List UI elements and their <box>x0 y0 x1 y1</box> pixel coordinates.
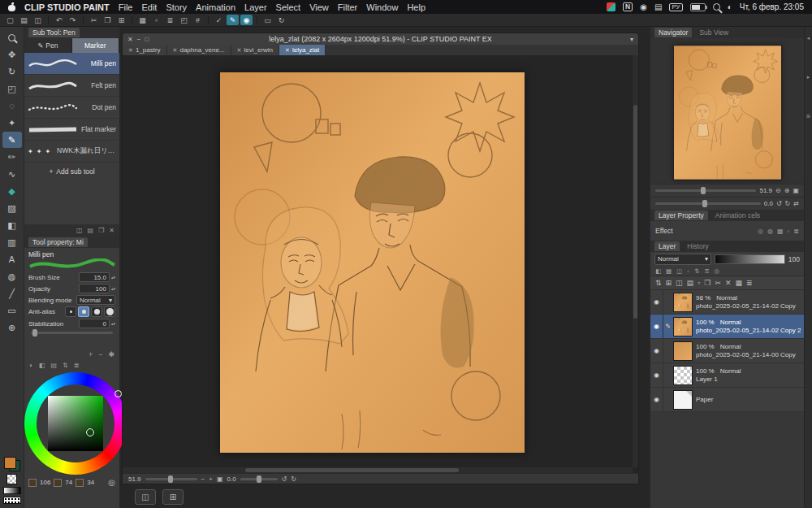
saturation-value-square[interactable] <box>48 396 103 451</box>
merge-down-icon[interactable]: ✂ <box>715 279 721 287</box>
visibility-eye-icon[interactable]: ◉ <box>650 363 663 387</box>
copy-icon[interactable]: ❐ <box>102 15 114 25</box>
zoom-in-icon[interactable]: + <box>209 475 213 483</box>
menu-layer[interactable]: Layer <box>244 2 267 12</box>
color-marker[interactable] <box>86 428 94 436</box>
lock-icon[interactable]: ▫ <box>687 267 689 275</box>
fill-tool[interactable]: ◧ <box>2 217 22 233</box>
tool-property-title[interactable]: Tool property: Mi <box>28 237 88 247</box>
tab-animation-cels[interactable]: Animation cels <box>711 211 764 220</box>
menu-file[interactable]: File <box>119 2 133 12</box>
timeline-button[interactable]: ⊞ <box>162 489 184 505</box>
maximize-icon[interactable]: □ <box>145 36 149 43</box>
paste-icon[interactable]: ⊞ <box>115 15 127 25</box>
navigator-thumbnail[interactable] <box>673 45 782 180</box>
tab-layer-property[interactable]: Layer Property <box>654 211 708 220</box>
rotate-cw-icon[interactable]: ↻ <box>785 200 791 207</box>
stabilization-slider[interactable] <box>31 332 113 334</box>
layer-thumbnail[interactable] <box>673 293 693 312</box>
tab-navigator[interactable]: Navigator <box>654 28 692 37</box>
minimize-icon[interactable]: − <box>137 36 141 43</box>
pen-tool[interactable]: ✎ <box>2 132 22 148</box>
transparent-color-swatch[interactable] <box>6 474 17 484</box>
zoom-tool[interactable] <box>2 29 22 46</box>
menu-window[interactable]: Window <box>366 2 398 12</box>
snap-icon[interactable]: ✓ <box>213 15 225 25</box>
hue-ring[interactable] <box>24 372 127 475</box>
rotate-ccw-icon[interactable]: ↺ <box>776 200 782 207</box>
new-layer-icon[interactable]: ⊞ <box>666 279 672 287</box>
subtool-item-nwk[interactable]: ✦✦✦ NWK木漏れ日リアル <box>24 141 119 163</box>
close-tab-icon[interactable]: ✕ <box>173 47 178 54</box>
visibility-eye-icon[interactable]: ◉ <box>650 388 663 411</box>
stepper-icon[interactable]: ▴▾ <box>111 287 115 290</box>
fit-screen-icon[interactable]: ▣ <box>793 187 799 194</box>
aa-medium-option[interactable] <box>91 306 102 317</box>
display-tray-icon[interactable]: ▤ <box>654 3 662 11</box>
zoom-out-icon[interactable]: − <box>201 475 205 483</box>
layer-opacity-slider[interactable] <box>715 254 785 264</box>
add-subtool-button[interactable]: + Add sub tool <box>24 163 119 180</box>
stabilization-value[interactable]: 0 <box>79 319 110 328</box>
horizontal-scrollbar[interactable] <box>123 467 633 473</box>
new-file-icon[interactable]: ▢ <box>4 15 16 25</box>
layer-color-icon[interactable]: ▦ <box>777 228 784 235</box>
layer-row[interactable]: ◉ 100 %Normal Layer 1 <box>650 363 804 388</box>
remove-setting-icon[interactable]: − <box>98 350 102 358</box>
extract-line-icon[interactable]: ▫ <box>787 228 789 235</box>
zoom-slider[interactable] <box>145 478 197 480</box>
navigator-rotation-slider[interactable] <box>655 202 761 205</box>
delete-subtool-icon[interactable]: ✕ <box>109 227 114 234</box>
tab-levi-erwin[interactable]: ✕ levi_erwin <box>231 45 279 55</box>
gradient-tool[interactable]: ▥ <box>2 234 22 250</box>
menu-filter[interactable]: Filter <box>338 2 357 12</box>
subtool-item-felt-pen[interactable]: Felt pen <box>24 75 119 97</box>
snap-ruler-icon[interactable]: ✎ <box>227 15 239 25</box>
menu-story[interactable]: Story <box>166 2 187 12</box>
control-center-icon[interactable]: ◐ <box>728 3 732 11</box>
duplicate-subtool-icon[interactable]: ◫ <box>76 227 83 234</box>
snap-special-icon[interactable]: ◉ <box>240 15 253 25</box>
tab-layer[interactable]: Layer <box>654 241 680 251</box>
visibility-eye-icon[interactable]: ◉ <box>650 290 663 314</box>
hue-marker[interactable] <box>114 390 122 397</box>
text-tool[interactable]: A <box>2 251 22 267</box>
mask-icon[interactable]: ◧ <box>655 267 661 275</box>
duplicate-layer-icon[interactable]: ❐ <box>704 279 710 287</box>
airbrush-tool[interactable]: ▨ <box>2 200 22 216</box>
aa-strong-option[interactable] <box>104 306 115 317</box>
wand-tool[interactable]: ✦ <box>2 115 22 131</box>
rotate-cw-icon[interactable]: ↻ <box>291 475 296 483</box>
transfer-down-icon[interactable]: ⇅ <box>655 279 662 287</box>
close-tab-icon[interactable]: ✕ <box>237 47 242 54</box>
all-sides-view-button[interactable]: ◫ <box>135 489 156 505</box>
layer-row[interactable]: ◉ 98 %Normal photo_2025-02-05_21-14-02 C… <box>650 290 804 315</box>
aa-none-option[interactable] <box>65 306 76 317</box>
close-icon[interactable]: ✕ <box>127 36 133 43</box>
rotate-canvas-tool[interactable]: ↻ <box>2 63 22 80</box>
layer-menu-icon[interactable]: ≣ <box>746 279 753 287</box>
layer-thumbnail[interactable] <box>673 366 693 385</box>
open-file-icon[interactable]: ▤ <box>18 15 30 25</box>
close-tab-icon[interactable]: ✕ <box>128 47 133 54</box>
clip-studio-tray-icon[interactable] <box>607 2 615 11</box>
layer-thumbnail[interactable] <box>673 341 693 361</box>
tab-1-pastry[interactable]: ✕ 1_pastry <box>123 45 167 55</box>
new-folder-icon[interactable]: ▤ <box>687 279 694 287</box>
menu-select[interactable]: Select <box>276 2 301 12</box>
tab-sub-view[interactable]: Sub View <box>695 28 732 37</box>
collapse-left-icon[interactable]: ◂ <box>807 35 810 41</box>
crop-tool[interactable]: ◰ <box>2 80 22 97</box>
brush-size-value[interactable]: 15.0 <box>79 272 110 282</box>
stepper-icon[interactable]: ▴▾ <box>111 322 115 325</box>
layer-thumbnail[interactable] <box>673 390 693 410</box>
aa-weak-option[interactable] <box>78 306 89 317</box>
pencil-tool[interactable]: ✏ <box>2 149 22 165</box>
menu-edit[interactable]: Edit <box>141 2 157 12</box>
stepper-icon[interactable]: ▴▾ <box>111 276 115 279</box>
notes-tray-icon[interactable]: N <box>623 2 633 11</box>
cut-icon[interactable]: ✂ <box>88 15 100 25</box>
zoom-out-icon[interactable]: ⊖ <box>775 187 781 194</box>
layer-row[interactable]: ◉ 100 %Normal photo_2025-02-05_21-14-00 … <box>650 339 804 363</box>
strip-menu-icon[interactable]: ≣ <box>806 113 811 119</box>
